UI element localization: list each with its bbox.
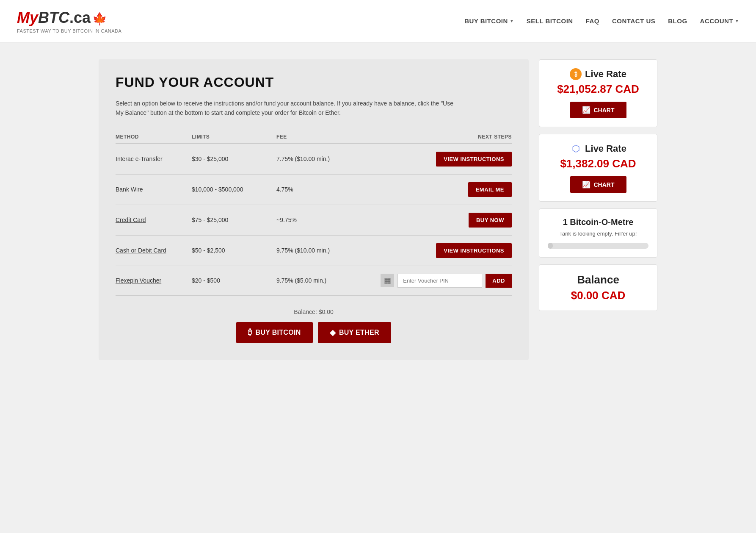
eth-chart-button[interactable]: 📈 CHART	[570, 176, 626, 193]
voucher-icon: ▦	[381, 274, 394, 287]
right-sidebar: ₿ Live Rate $21,052.87 CAD 📈 CHART ⬡ Liv…	[539, 59, 657, 360]
method-name[interactable]: Flexepin Voucher	[116, 277, 161, 284]
nav-contact-us[interactable]: CONTACT US	[612, 17, 655, 25]
logo-area: MyBTC.ca🍁 FASTEST WAY TO BUY BITCOIN IN …	[17, 9, 121, 33]
fee-debitcard: 9.75% ($10.00 min.)	[276, 235, 361, 266]
col-header-limits: LIMITS	[192, 130, 276, 144]
table-row: Flexepin Voucher $20 - $500 9.75% ($5.00…	[116, 266, 512, 295]
ether-icon: ◆	[330, 328, 336, 337]
fund-account-panel: FUND YOUR ACCOUNT Select an option below…	[99, 59, 529, 360]
method-interac: Interac e-Transfer	[116, 144, 192, 175]
logo[interactable]: MyBTC.ca🍁	[17, 9, 121, 27]
logo-btc: BTC	[38, 9, 69, 26]
method-flexepin: Flexepin Voucher	[116, 266, 192, 295]
btc-live-rate-card: ₿ Live Rate $21,052.87 CAD 📈 CHART	[539, 59, 657, 127]
method-name[interactable]: Credit Card	[116, 217, 146, 223]
balance-text: Balance: $0.00	[116, 308, 512, 315]
btc-rate-price: $21,052.87 CAD	[548, 83, 648, 96]
page-title: FUND YOUR ACCOUNT	[116, 75, 512, 90]
bitcoin-logo-icon: ₿	[570, 68, 582, 80]
main-nav: BUY BITCOIN ▼ SELL BITCOIN FAQ CONTACT U…	[464, 17, 739, 25]
bitcoin-o-metre-card: 1 Bitcoin-O-Metre Tank is looking empty.…	[539, 208, 657, 258]
bottom-buttons: ₿ BUY BITCOIN ◆ BUY ETHER	[116, 322, 512, 343]
header: MyBTC.ca🍁 FASTEST WAY TO BUY BITCOIN IN …	[0, 0, 756, 42]
nav-buy-bitcoin[interactable]: BUY BITCOIN ▼	[464, 17, 514, 25]
eth-live-rate-card: ⬡ Live Rate $1,382.09 CAD 📈 CHART	[539, 134, 657, 202]
buy-bitcoin-button[interactable]: ₿ BUY BITCOIN	[236, 322, 312, 343]
nav-account-link[interactable]: ACCOUNT	[700, 17, 734, 25]
method-bankwire: Bank Wire	[116, 174, 192, 205]
col-header-next-steps: NEXT STEPS	[361, 130, 512, 144]
bitcoin-icon: ₿	[248, 328, 252, 337]
col-header-fee: FEE	[276, 130, 361, 144]
btc-chart-button[interactable]: 📈 CHART	[570, 102, 626, 118]
limits-debitcard: $50 - $2,500	[192, 235, 276, 266]
balance-card: Balance $0.00 CAD	[539, 264, 657, 311]
nav-sell-bitcoin[interactable]: SELL BITCOIN	[527, 17, 573, 25]
view-instructions-button-interac[interactable]: VIEW INSTRUCTIONS	[436, 152, 512, 167]
view-instructions-button-debit[interactable]: VIEW INSTRUCTIONS	[436, 243, 512, 258]
table-row: Bank Wire $10,000 - $500,000 4.75% EMAIL…	[116, 174, 512, 205]
logo-ca: .ca	[69, 9, 91, 26]
action-interac: VIEW INSTRUCTIONS	[361, 144, 512, 175]
fee-flexepin: 9.75% ($5.00 min.)	[276, 266, 361, 295]
payment-methods-table: METHOD LIMITS FEE NEXT STEPS Interac e-T…	[116, 130, 512, 296]
method-creditcard: Credit Card	[116, 205, 192, 235]
balance-card-amount: $0.00 CAD	[548, 289, 648, 302]
fee-creditcard: ~9.75%	[276, 205, 361, 235]
col-header-method: METHOD	[116, 130, 192, 144]
table-row: Cash or Debit Card $50 - $2,500 9.75% ($…	[116, 235, 512, 266]
method-name: Interac e-Transfer	[116, 155, 163, 162]
email-me-button[interactable]: EMAIL ME	[468, 182, 512, 197]
nav-faq[interactable]: FAQ	[586, 17, 599, 25]
voucher-area: ▦ ADD	[361, 274, 512, 288]
chevron-down-icon: ▼	[510, 19, 514, 23]
buy-bitcoin-label: BUY BITCOIN	[256, 329, 301, 336]
add-voucher-button[interactable]: ADD	[486, 274, 512, 288]
eth-chart-label: CHART	[594, 181, 615, 188]
limits-flexepin: $20 - $500	[192, 266, 276, 295]
bitcoin-o-metre-bar-background	[548, 243, 648, 249]
fee-bankwire: 4.75%	[276, 174, 361, 205]
chevron-down-icon-account: ▼	[735, 19, 739, 23]
tagline: FASTEST WAY TO BUY BITCOIN IN CANADA	[17, 28, 121, 33]
balance-section: Balance: $0.00 ₿ BUY BITCOIN ◆ BUY ETHER	[116, 308, 512, 343]
method-name: Bank Wire	[116, 186, 143, 193]
nav-buy-bitcoin-link[interactable]: BUY BITCOIN	[464, 17, 508, 25]
eth-rate-header: ⬡ Live Rate	[548, 143, 648, 155]
ethereum-logo-icon: ⬡	[570, 143, 582, 155]
action-bankwire: EMAIL ME	[361, 174, 512, 205]
table-row: Credit Card $75 - $25,000 ~9.75% BUY NOW	[116, 205, 512, 235]
nav-account[interactable]: ACCOUNT ▼	[700, 17, 739, 25]
main-container: FUND YOUR ACCOUNT Select an option below…	[82, 42, 674, 377]
btc-chart-label: CHART	[594, 107, 615, 114]
btc-rate-title: Live Rate	[585, 69, 626, 80]
voucher-pin-input[interactable]	[397, 274, 482, 288]
chart-icon-eth: 📈	[582, 180, 590, 189]
limits-creditcard: $75 - $25,000	[192, 205, 276, 235]
bitcoin-o-metre-bar-fill	[548, 243, 553, 249]
limits-bankwire: $10,000 - $500,000	[192, 174, 276, 205]
buy-now-button[interactable]: BUY NOW	[469, 213, 512, 228]
action-flexepin: ▦ ADD	[361, 266, 512, 295]
eth-rate-title: Live Rate	[585, 143, 626, 154]
method-debitcard: Cash or Debit Card	[116, 235, 192, 266]
limits-interac: $30 - $25,000	[192, 144, 276, 175]
chart-icon: 📈	[582, 106, 590, 114]
logo-maple-icon: 🍁	[92, 12, 107, 25]
bitcoin-o-metre-title: 1 Bitcoin-O-Metre	[548, 217, 648, 227]
buy-ether-button[interactable]: ◆ BUY ETHER	[318, 322, 391, 343]
fund-description: Select an option below to receive the in…	[116, 99, 463, 118]
eth-rate-price: $1,382.09 CAD	[548, 157, 648, 170]
balance-card-title: Balance	[548, 273, 648, 286]
buy-ether-label: BUY ETHER	[339, 329, 379, 336]
logo-my: My	[17, 9, 38, 26]
action-creditcard: BUY NOW	[361, 205, 512, 235]
fee-interac: 7.75% ($10.00 min.)	[276, 144, 361, 175]
table-row: Interac e-Transfer $30 - $25,000 7.75% (…	[116, 144, 512, 175]
method-name[interactable]: Cash or Debit Card	[116, 247, 166, 254]
action-debitcard: VIEW INSTRUCTIONS	[361, 235, 512, 266]
nav-blog[interactable]: BLOG	[668, 17, 687, 25]
bitcoin-o-metre-description: Tank is looking empty. Fill'er up!	[548, 230, 648, 237]
btc-rate-header: ₿ Live Rate	[548, 68, 648, 80]
